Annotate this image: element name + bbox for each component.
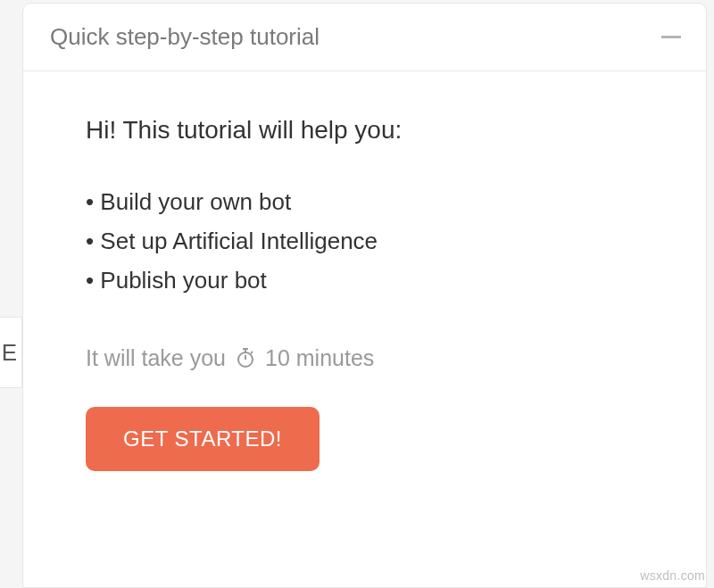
panel-title: Quick step-by-step tutorial [50, 23, 320, 51]
stopwatch-icon [235, 347, 256, 369]
minimize-icon[interactable] [661, 36, 681, 38]
list-item: Set up Artificial Intelligence [86, 221, 652, 261]
tutorial-panel: Quick step-by-step tutorial Hi! This tut… [22, 3, 707, 588]
intro-text: Hi! This tutorial will help you: [86, 116, 652, 145]
watermark: wsxdn.com [640, 568, 705, 583]
time-prefix: It will take you [86, 345, 226, 371]
svg-line-4 [251, 352, 253, 353]
time-row: It will take you 10 minutes [86, 345, 652, 371]
time-value: 10 minutes [265, 345, 374, 371]
side-fragment-text: E [2, 339, 17, 367]
panel-body: Hi! This tutorial will help you: Build y… [23, 71, 706, 507]
list-item: Build your own bot [86, 182, 652, 221]
list-item: Publish your bot [86, 261, 652, 300]
get-started-button[interactable]: GET STARTED! [86, 407, 320, 471]
side-fragment: E [0, 317, 22, 388]
bullet-list: Build your own bot Set up Artificial Int… [86, 182, 652, 301]
panel-header: Quick step-by-step tutorial [23, 4, 706, 71]
